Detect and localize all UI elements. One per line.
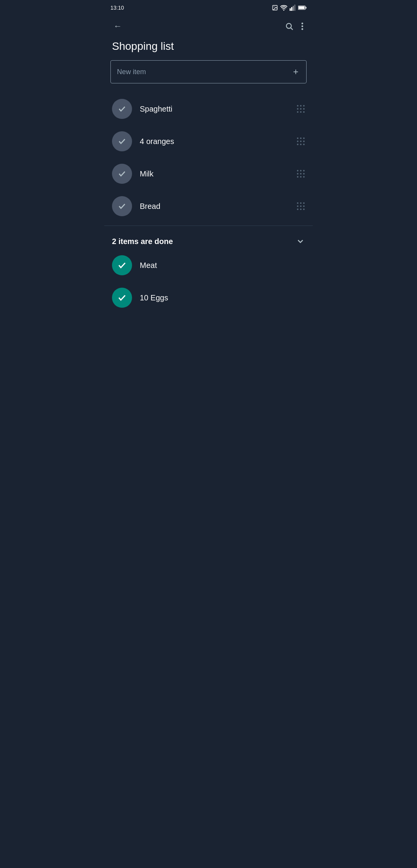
svg-point-2 bbox=[283, 10, 285, 11]
item-label-spaghetti: Spaghetti bbox=[140, 105, 297, 114]
item-label-bread: Bread bbox=[140, 202, 297, 211]
svg-rect-5 bbox=[293, 6, 294, 11]
svg-rect-4 bbox=[291, 7, 292, 11]
status-icons bbox=[272, 5, 307, 11]
svg-rect-8 bbox=[305, 7, 306, 9]
search-button[interactable] bbox=[282, 19, 297, 34]
item-label-oranges: 4 oranges bbox=[140, 137, 297, 146]
svg-point-14 bbox=[302, 28, 303, 30]
list-item: Bread bbox=[107, 190, 310, 222]
drag-handle-milk[interactable] bbox=[297, 170, 305, 178]
checkmark-icon bbox=[117, 293, 127, 302]
done-section-title: 2 items are done bbox=[112, 237, 173, 246]
pending-list: Spaghetti 4 oranges Milk bbox=[104, 93, 313, 222]
list-item-done: 10 Eggs bbox=[107, 281, 310, 314]
svg-point-13 bbox=[302, 25, 303, 27]
item-label-milk: Milk bbox=[140, 170, 297, 178]
checkbox-bread[interactable] bbox=[112, 196, 132, 216]
status-bar: 13:10 bbox=[104, 0, 313, 15]
top-nav: ← bbox=[104, 15, 313, 37]
add-item-button[interactable]: + bbox=[292, 65, 300, 79]
drag-handle-spaghetti[interactable] bbox=[297, 105, 305, 113]
svg-rect-6 bbox=[294, 5, 295, 11]
new-item-container[interactable]: + bbox=[110, 60, 307, 83]
svg-point-10 bbox=[286, 24, 292, 29]
checkbox-spaghetti[interactable] bbox=[112, 99, 132, 119]
svg-line-11 bbox=[291, 28, 293, 30]
more-options-button[interactable] bbox=[298, 19, 307, 34]
more-icon bbox=[301, 22, 303, 31]
checkbox-milk[interactable] bbox=[112, 164, 132, 184]
expand-done-button[interactable] bbox=[296, 237, 305, 246]
image-icon bbox=[272, 5, 278, 11]
chevron-down-icon bbox=[296, 237, 305, 246]
checkbox-oranges[interactable] bbox=[112, 131, 132, 151]
checkmark-icon bbox=[118, 170, 126, 178]
new-item-input[interactable] bbox=[117, 68, 292, 76]
search-icon bbox=[285, 22, 293, 31]
svg-rect-3 bbox=[290, 8, 291, 11]
checkmark-icon bbox=[118, 137, 126, 146]
list-item: Milk bbox=[107, 158, 310, 190]
item-label-meat: Meat bbox=[140, 261, 305, 270]
item-label-eggs: 10 Eggs bbox=[140, 293, 305, 302]
checkmark-icon bbox=[117, 261, 127, 270]
signal-icon bbox=[290, 5, 296, 11]
nav-right-icons bbox=[282, 19, 307, 34]
svg-point-1 bbox=[274, 7, 275, 7]
list-item: 4 oranges bbox=[107, 125, 310, 158]
wifi-icon bbox=[280, 5, 287, 11]
drag-handle-bread[interactable] bbox=[297, 202, 305, 210]
checkmark-icon bbox=[118, 105, 126, 113]
status-time: 13:10 bbox=[110, 5, 124, 11]
checkbox-eggs[interactable] bbox=[112, 288, 132, 308]
checkmark-icon bbox=[118, 202, 126, 210]
section-divider bbox=[104, 225, 313, 226]
svg-point-12 bbox=[302, 22, 303, 24]
list-item: Spaghetti bbox=[107, 93, 310, 125]
drag-handle-oranges[interactable] bbox=[297, 137, 305, 146]
back-button[interactable]: ← bbox=[110, 18, 125, 34]
list-item-done: Meat bbox=[107, 249, 310, 281]
checkbox-meat[interactable] bbox=[112, 255, 132, 275]
page-title: Shopping list bbox=[104, 37, 313, 60]
done-list: Meat 10 Eggs bbox=[104, 249, 313, 314]
done-section-header: 2 items are done bbox=[104, 229, 313, 249]
battery-icon bbox=[298, 5, 307, 10]
svg-rect-9 bbox=[298, 6, 305, 9]
